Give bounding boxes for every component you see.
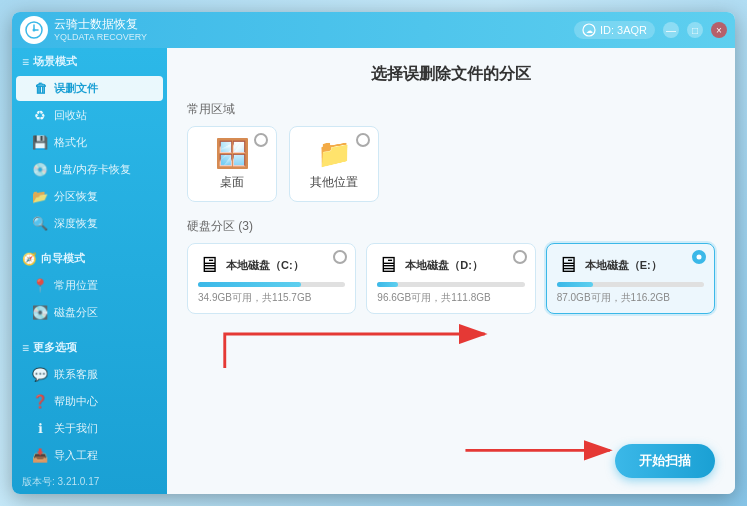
sidebar-item-delete-file[interactable]: 🗑 误删文件 [16,76,163,101]
disk-c-name: 本地磁盘（C:） [226,258,345,273]
title-bar-right: ☁ ID: 3AQR — □ × [574,21,727,39]
deep-icon: 🔍 [32,216,48,231]
logo-line2: YQLDATA RECOVERY [54,32,147,43]
disk-partition-label: 磁盘分区 [54,305,98,320]
guide-mode-icon: 🧭 [22,252,37,266]
app-window: 云骑士数据恢复 YQLDATA RECOVERY ☁ ID: 3AQR — □ … [12,12,735,494]
common-section-label: 常用区域 [187,101,715,118]
delete-file-icon: 🗑 [32,81,48,96]
disk-e-radio[interactable] [692,250,706,264]
app-body: ≡ 场景模式 🗑 误删文件 ♻ 回收站 💾 格式化 💿 U盘/内存卡恢复 📂 [12,48,735,494]
disk-e-size: 87.0GB可用，共116.2GB [557,291,704,305]
other-location-icon: 📁 [317,137,352,170]
common-loc-label: 常用位置 [54,278,98,293]
disk-d-progress-bar [377,282,524,287]
recycle-icon: ♻ [32,108,48,123]
sidebar-item-help[interactable]: ❓ 帮助中心 [16,389,163,414]
sidebar-item-disk-partition[interactable]: 💽 磁盘分区 [16,300,163,325]
title-bar: 云骑士数据恢复 YQLDATA RECOVERY ☁ ID: 3AQR — □ … [12,12,735,48]
minimize-button[interactable]: — [663,22,679,38]
import-icon: 📥 [32,448,48,463]
id-label-text: ID: 3AQR [600,24,647,36]
partition-label: 分区恢复 [54,189,98,204]
disk-d-card[interactable]: 🖥 本地磁盘（D:） 96.6GB可用，共111.8GB [366,243,535,314]
disk-d-header: 🖥 本地磁盘（D:） [377,252,524,278]
sidebar: ≡ 场景模式 🗑 误删文件 ♻ 回收站 💾 格式化 💿 U盘/内存卡恢复 📂 [12,48,167,494]
recycle-label: 回收站 [54,108,87,123]
logo-area: 云骑士数据恢复 YQLDATA RECOVERY [20,16,574,44]
help-icon: ❓ [32,394,48,409]
format-label: 格式化 [54,135,87,150]
disk-c-card[interactable]: 🖥 本地磁盘（C:） 34.9GB可用，共115.7GB [187,243,356,314]
about-label: 关于我们 [54,421,98,436]
desktop-label: 桌面 [220,174,244,191]
disk-e-progress-fill [557,282,594,287]
customer-service-label: 联系客服 [54,367,98,382]
delete-file-label: 误删文件 [54,81,98,96]
common-area: 🪟 桌面 📁 其他位置 [187,126,715,202]
version-text: 版本号: 3.21.0.17 [22,476,99,487]
sidebar-item-recycle[interactable]: ♻ 回收站 [16,103,163,128]
sidebar-section-guide: 🧭 向导模式 [12,245,167,272]
disk-d-name: 本地磁盘（D:） [405,258,524,273]
common-loc-icon: 📍 [32,278,48,293]
sidebar-item-usb[interactable]: 💿 U盘/内存卡恢复 [16,157,163,182]
disk-e-icon: 🖥 [557,252,579,278]
svg-point-1 [33,29,36,32]
disk-d-size: 96.6GB可用，共111.8GB [377,291,524,305]
format-icon: 💾 [32,135,48,150]
desktop-icon: 🪟 [215,137,250,170]
disk-e-header: 🖥 本地磁盘（E:） [557,252,704,278]
sidebar-item-format[interactable]: 💾 格式化 [16,130,163,155]
disk-d-icon: 🖥 [377,252,399,278]
sidebar-item-common-loc[interactable]: 📍 常用位置 [16,273,163,298]
disk-partition-icon: 💽 [32,305,48,320]
disk-d-radio[interactable] [513,250,527,264]
usb-icon: 💿 [32,162,48,177]
sidebar-section-scene: ≡ 场景模式 [12,48,167,75]
disk-d-info: 本地磁盘（D:） [405,258,524,273]
usb-label: U盘/内存卡恢复 [54,162,131,177]
disk-c-size: 34.9GB可用，共115.7GB [198,291,345,305]
desktop-radio[interactable] [254,133,268,147]
sidebar-item-customer-service[interactable]: 💬 联系客服 [16,362,163,387]
disk-e-info: 本地磁盘（E:） [585,258,704,273]
page-title: 选择误删除文件的分区 [187,64,715,85]
sidebar-item-import[interactable]: 📥 导入工程 [16,443,163,468]
logo-icon [20,16,48,44]
more-options-label: 更多选项 [33,340,77,355]
logo-text: 云骑士数据恢复 YQLDATA RECOVERY [54,17,147,42]
disk-e-card[interactable]: 🖥 本地磁盘（E:） 87.0GB可用，共116.2GB [546,243,715,314]
start-scan-button[interactable]: 开始扫描 [615,444,715,478]
disk-d-progress-fill [377,282,398,287]
deep-label: 深度恢复 [54,216,98,231]
maximize-button[interactable]: □ [687,22,703,38]
other-location-radio[interactable] [356,133,370,147]
disk-e-progress-bar [557,282,704,287]
more-options-icon: ≡ [22,341,29,355]
sidebar-section-more: ≡ 更多选项 [12,334,167,361]
guide-mode-label: 向导模式 [41,251,85,266]
sidebar-item-about[interactable]: ℹ 关于我们 [16,416,163,441]
sidebar-item-deep[interactable]: 🔍 深度恢复 [16,211,163,236]
close-button[interactable]: × [711,22,727,38]
disk-c-header: 🖥 本地磁盘（C:） [198,252,345,278]
disk-c-progress-fill [198,282,301,287]
sidebar-footer: 版本号: 3.21.0.17 [12,469,167,494]
import-label: 导入工程 [54,448,98,463]
id-icon: ☁ [582,23,596,37]
sidebar-item-partition[interactable]: 📂 分区恢复 [16,184,163,209]
disk-c-info: 本地磁盘（C:） [226,258,345,273]
other-location-card[interactable]: 📁 其他位置 [289,126,379,202]
desktop-card[interactable]: 🪟 桌面 [187,126,277,202]
customer-service-icon: 💬 [32,367,48,382]
partition-icon: 📂 [32,189,48,204]
disk-section-label: 硬盘分区 (3) [187,218,715,235]
disk-c-progress-bar [198,282,345,287]
logo-line1: 云骑士数据恢复 [54,17,147,31]
content-area: 选择误删除文件的分区 常用区域 🪟 桌面 📁 其他位置 硬盘分区 (3) [167,48,735,494]
help-label: 帮助中心 [54,394,98,409]
about-icon: ℹ [32,421,48,436]
disk-e-name: 本地磁盘（E:） [585,258,704,273]
other-location-label: 其他位置 [310,174,358,191]
